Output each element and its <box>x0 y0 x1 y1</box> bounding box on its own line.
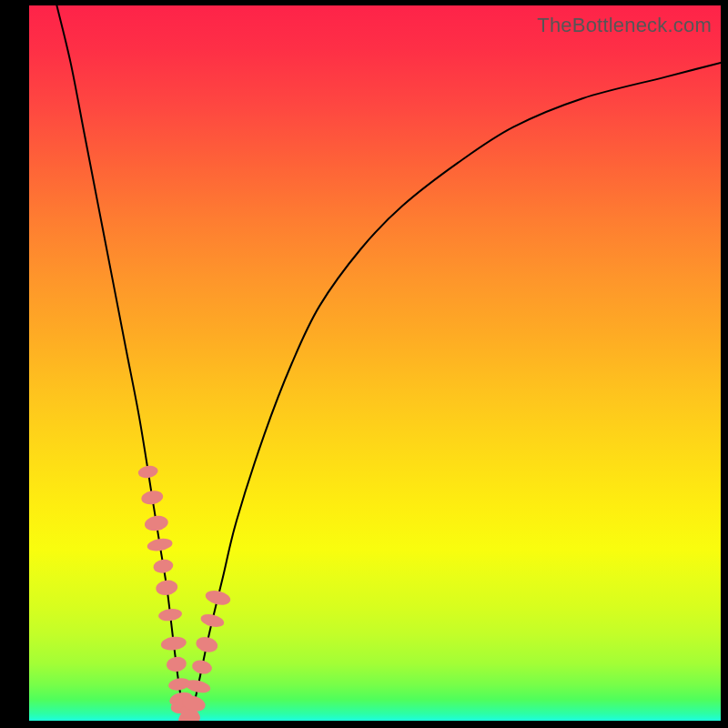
bead-marker <box>195 635 219 654</box>
chart-frame: TheBottleneck.com <box>0 0 728 728</box>
bead-marker <box>199 612 225 630</box>
bead-marker <box>152 558 174 574</box>
plot-area: TheBottleneck.com <box>29 5 721 721</box>
curve-svg <box>29 5 721 721</box>
bead-marker <box>166 655 187 672</box>
bead-marker <box>147 537 174 552</box>
bead-marker <box>144 514 169 532</box>
watermark-text: TheBottleneck.com <box>537 14 712 37</box>
bead-marker <box>204 588 232 607</box>
bead-marker <box>137 464 159 479</box>
bottleneck-curve <box>56 5 721 721</box>
bead-marker <box>191 659 214 676</box>
bead-marker <box>157 608 182 622</box>
bead-cluster <box>137 464 232 721</box>
bead-marker <box>155 579 178 596</box>
bead-marker <box>160 635 187 652</box>
bead-marker <box>140 490 164 506</box>
